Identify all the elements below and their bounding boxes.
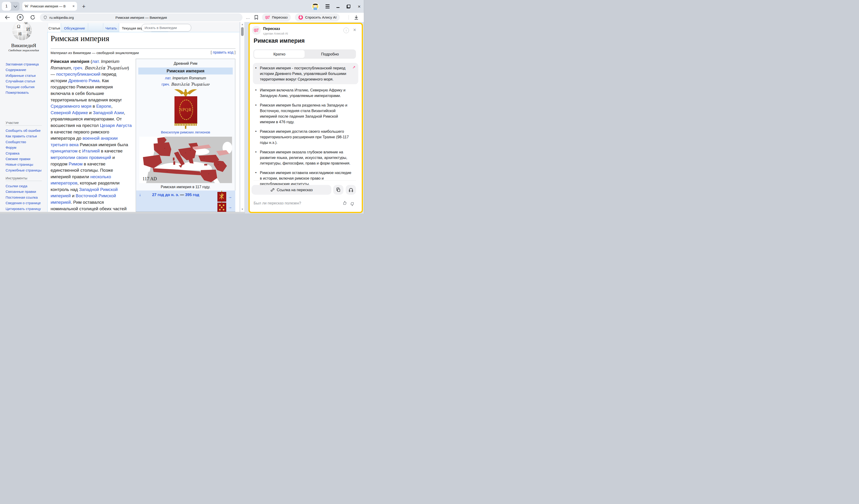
sidebar-link[interactable]: Как править статьи — [5, 134, 46, 139]
empire-map-image[interactable]: 117 AD — [139, 137, 232, 183]
edit-code-label[interactable]: править код — [213, 50, 233, 54]
minimize-button[interactable] — [335, 4, 340, 9]
vexillum-caption-link[interactable]: Вексиллум римских легионов — [136, 130, 235, 134]
sidebar-link[interactable]: Текущие события — [5, 84, 46, 90]
tab-brief[interactable]: Кратко — [254, 50, 305, 58]
yandex-home-icon[interactable]: Я — [17, 13, 24, 22]
latin-label-link[interactable]: лат. — [165, 76, 171, 80]
svg-text:維: 維 — [18, 32, 22, 36]
address-bar[interactable]: ru.wikipedia.org Римская империя — Викип… — [40, 13, 242, 21]
toolbar-divider — [348, 15, 349, 20]
wiki-search-input[interactable] — [144, 26, 191, 30]
retell-icon — [265, 15, 270, 20]
paragraph-segment: Βασιλεία Ῥωμαίων — [85, 65, 127, 70]
scroll-up-icon[interactable]: ▲ — [240, 23, 244, 26]
back-icon[interactable] — [4, 13, 11, 22]
labarum-banner-image[interactable] — [217, 192, 226, 202]
headphones-icon — [348, 187, 353, 192]
restore-button[interactable] — [346, 4, 351, 9]
sidebar-nav-participation: Сообщить об ошибкеКак править статьиСооб… — [5, 128, 46, 173]
paragraph-segment: ( — [89, 59, 92, 64]
sidebar-link[interactable]: Служебные страницы — [5, 168, 46, 173]
profile-avatar[interactable] — [312, 2, 319, 11]
tab-counter[interactable]: 1 — [2, 2, 19, 11]
tab-close-icon[interactable]: × — [72, 4, 75, 9]
sidebar-section-participation: Участие — [5, 121, 42, 125]
info-icon[interactable]: i — [343, 28, 349, 33]
sidebar-link[interactable]: Свежие правки — [5, 156, 46, 162]
new-tab-button[interactable]: + — [80, 2, 88, 11]
tab-detailed[interactable]: Подробно — [305, 50, 355, 58]
edit-code-link[interactable]: [ править код ] — [211, 50, 236, 55]
retell-panel: Пересказ сделан Алисой AI i × Римская им… — [248, 23, 363, 213]
sidebar-link[interactable]: Связанные правки — [5, 189, 46, 195]
more-icon[interactable]: … — [245, 13, 251, 22]
sidebar-link[interactable]: Пожертвовать — [5, 90, 46, 95]
wiki-sidebar: Ω W И 維 ち ВикипедиЯ Свободная энциклопед… — [0, 22, 47, 212]
link-to-retell-button[interactable]: Ссылка на пересказ — [252, 185, 331, 195]
tab-discussion[interactable]: Обсуждение — [61, 23, 88, 32]
download-icon[interactable] — [353, 13, 360, 22]
ask-alice-button[interactable]: Спросить Алису AI — [295, 13, 340, 21]
url-text: ru.wikipedia.org — [49, 16, 74, 19]
panel-close-icon[interactable]: × — [353, 27, 356, 33]
sidebar-link[interactable]: Содержание — [5, 67, 46, 73]
svg-text:W: W — [24, 22, 28, 25]
horizontal-scrollbar[interactable] — [0, 212, 245, 213]
retell-panel-icon — [252, 26, 261, 35]
timeline-next-arrow2-icon[interactable]: → — [228, 205, 232, 210]
shield-icon[interactable] — [43, 15, 47, 20]
paragraph-segment: постреспубликанский — [56, 72, 100, 77]
source-link-arrow-icon[interactable]: ↗ — [352, 65, 356, 82]
sidebar-link[interactable]: Форум — [5, 145, 46, 150]
timeline-next-arrow-icon[interactable]: → — [228, 195, 232, 199]
tab-count-badge[interactable]: 1 — [2, 2, 11, 11]
panel-subtitle: сделан Алисой AI — [263, 32, 288, 35]
dots-banner-image[interactable] — [217, 202, 226, 212]
sidebar-link[interactable]: Сообщить об ошибке — [5, 128, 46, 134]
sidebar-link[interactable]: Постоянная ссылка — [5, 195, 46, 200]
scrollbar-thumb[interactable] — [241, 27, 244, 36]
wiki-logo-title[interactable]: ВикипедиЯ — [0, 43, 47, 48]
sidebar-link[interactable]: Новые страницы — [5, 162, 46, 167]
wikipedia-globe-logo[interactable]: Ω W И 維 ち — [10, 22, 34, 41]
menu-icon[interactable] — [326, 4, 330, 9]
retell-button[interactable]: Пересказ — [262, 13, 291, 21]
banner-fringe — [175, 123, 197, 126]
bullet-dot: • — [255, 87, 260, 98]
sidebar-link[interactable]: Сведения о странице — [5, 200, 46, 206]
thumbs-up-icon[interactable] — [342, 200, 348, 206]
sidebar-link[interactable]: Заглавная страница — [5, 61, 46, 67]
listen-button[interactable] — [346, 185, 356, 195]
chevron-down-icon[interactable] — [11, 2, 19, 11]
paragraph-segment: в качестве — [100, 149, 123, 153]
greek-label-link[interactable]: греч. — [162, 82, 170, 86]
infobox-header[interactable]: Древний Рим — [136, 61, 235, 66]
infobox: Древний Рим Римская империя лат. Imperiu… — [136, 59, 235, 212]
scroll-down-icon[interactable]: ▼ — [240, 208, 244, 211]
sidebar-link[interactable]: Справка — [5, 151, 46, 156]
sidebar-link[interactable]: Случайная статья — [5, 78, 46, 84]
sidebar-link[interactable]: Ссылки сюда — [5, 183, 46, 189]
article-paragraph: Ри́мская импе́рия (лат. Imperium Romanum… — [50, 58, 132, 212]
wiki-scrollbar[interactable]: ▲ ▼ — [240, 22, 244, 212]
wiki-search-box[interactable] — [141, 24, 191, 32]
reload-icon[interactable] — [29, 13, 36, 22]
window-close-button[interactable]: × — [357, 4, 362, 9]
retell-button-label: Пересказ — [272, 15, 287, 19]
bookmark-icon[interactable] — [253, 13, 259, 22]
paragraph-segment: , — [71, 65, 74, 70]
paragraph-segment: Италией — [82, 149, 100, 153]
sidebar-link[interactable]: Избранные статьи — [5, 73, 46, 78]
browser-tab[interactable]: W Римская империя — В × — [22, 2, 77, 11]
panel-title: Пересказ — [263, 27, 280, 31]
copy-button[interactable] — [333, 185, 343, 195]
tab-read[interactable]: Читать — [104, 23, 119, 32]
vexillum-image[interactable]: SPQR — [172, 88, 199, 129]
tab-article[interactable]: Статья — [48, 23, 61, 32]
sidebar-link[interactable]: Сообщество — [5, 139, 46, 145]
bullet-dot: • — [255, 149, 260, 166]
spqr-banner: SPQR — [175, 96, 197, 124]
sidebar-link[interactable]: Цитировать страницу — [5, 206, 46, 212]
thumbs-down-icon[interactable] — [349, 201, 355, 207]
